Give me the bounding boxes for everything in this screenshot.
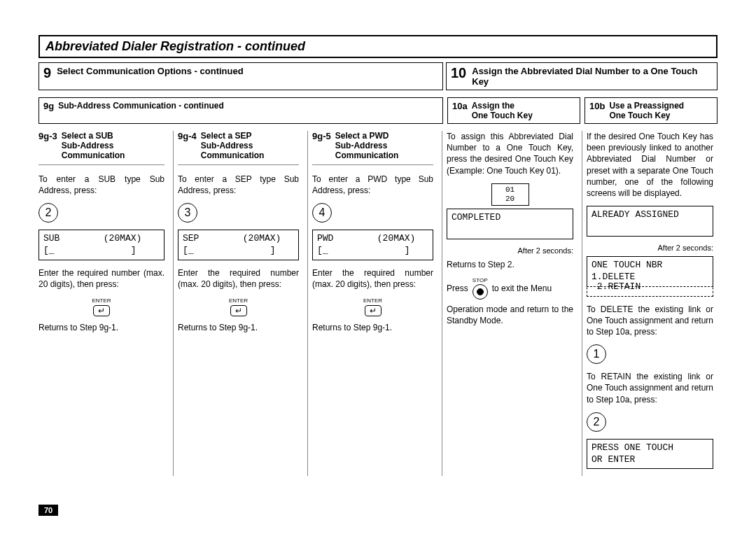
section-code: 10b — [589, 101, 605, 120]
instruction-text: Enter the required number (max. 20 digit… — [38, 267, 164, 290]
step-title: Select a SEP Sub-Address Communication — [201, 131, 265, 160]
col-9g-4: 9g-4 Select a SEP Sub-Address Communicat… — [173, 131, 303, 476]
step-code: 9g-3 — [38, 131, 57, 160]
small-lcd: 01 20 — [491, 183, 529, 206]
step-code: 9g-5 — [312, 131, 331, 160]
col-header: 9g-4 Select a SEP Sub-Address Communicat… — [178, 131, 299, 165]
step-title: Select a SUB Sub-Address Communication — [62, 131, 125, 160]
instruction-text: Enter the required number (max. 20 digit… — [312, 267, 433, 290]
step-9-header: 9 Select Communication Options - continu… — [38, 62, 443, 90]
step-title: Assign the Abbreviated Dial Number to a … — [472, 66, 713, 87]
section-title: Sub-Address Communication - continued — [58, 101, 224, 120]
delay-text: After 2 seconds: — [447, 246, 573, 255]
press-line: Press STOP to exit the Menu — [447, 277, 573, 300]
keypad-button-2: 2 — [38, 203, 58, 223]
col-header: 9g-3 Select a SUB Sub-Address Communicat… — [38, 131, 164, 165]
keypad-button-3: 3 — [178, 203, 197, 223]
exit-text: to exit the Menu — [492, 283, 552, 293]
lcd-display: PRESS ONE TOUCH OR ENTER — [587, 439, 713, 470]
section-code: 10a — [452, 101, 468, 120]
content-columns: 9g-3 Select a SUB Sub-Address Communicat… — [38, 131, 718, 476]
step-code: 9g-4 — [178, 131, 197, 160]
keypad-button-2: 2 — [587, 412, 606, 432]
subsection-row: 9g Sub-Address Communication - continued… — [38, 97, 718, 124]
return-text: Returns to Step 2. — [447, 259, 573, 270]
enter-label: ENTER — [229, 297, 248, 304]
step-number: 10 — [451, 66, 466, 80]
lcd-display: SEP (20MAX) [_ ] — [178, 230, 299, 260]
intro-text: To enter a SUB type Sub Address, press: — [38, 174, 164, 196]
col-header: 9g-5 Select a PWD Sub-Address Communicat… — [312, 131, 433, 165]
step-10-header: 10 Assign the Abbreviated Dial Number to… — [446, 62, 718, 90]
step-title: Select Communication Options - continued — [57, 66, 244, 76]
retain-text: To RETAIN the existing link or One Touch… — [587, 371, 713, 405]
press-label: Press — [447, 283, 468, 293]
col-10a: To assign this Abbreviated Dial Number t… — [442, 131, 578, 476]
page-number: 70 — [38, 505, 58, 516]
standby-text: Operation mode and return to the Standby… — [447, 304, 573, 326]
return-text: Returns to Step 9g-1. — [178, 322, 299, 333]
enter-cap: ↵ — [230, 305, 247, 316]
enter-key-icon: ENTER ↵ — [178, 297, 299, 316]
enter-cap: ↵ — [93, 305, 110, 316]
manual-page: Abbreviated Dialer Registration - contin… — [0, 0, 756, 534]
section-10a: 10a Assign the One Touch Key — [447, 97, 580, 124]
section-title: Use a Preassigned One Touch Key — [609, 101, 684, 120]
intro-text: To assign this Abbreviated Dial Number t… — [447, 131, 573, 176]
section-title: Assign the One Touch Key — [472, 101, 533, 120]
col-9g-3: 9g-3 Select a SUB Sub-Address Communicat… — [38, 131, 169, 476]
page-title: Abbreviated Dialer Registration - contin… — [38, 35, 718, 58]
step-number: 9 — [43, 66, 51, 80]
enter-label: ENTER — [92, 297, 111, 304]
enter-cap: ↵ — [365, 305, 382, 316]
stop-button-icon: STOP — [472, 277, 488, 300]
instruction-text: Enter the required number (max. 20 digit… — [178, 267, 299, 290]
delete-text: To DELETE the existing link or One Touch… — [587, 304, 713, 338]
stop-label: STOP — [472, 277, 488, 283]
enter-label: ENTER — [363, 297, 382, 304]
keypad-button-1: 1 — [587, 344, 606, 364]
section-10b: 10b Use a Preassigned One Touch Key — [584, 97, 718, 124]
col-10b: If the desired One Touch Key has been pr… — [582, 131, 718, 476]
return-text: Returns to Step 9g-1. — [38, 322, 164, 333]
step-headers: 9 Select Communication Options - continu… — [38, 62, 718, 90]
enter-key-icon: ENTER ↵ — [312, 297, 433, 316]
section-9g: 9g Sub-Address Communication - continued — [38, 97, 443, 124]
keypad-button-4: 4 — [312, 203, 332, 223]
section-code: 9g — [43, 101, 54, 120]
lcd-display: COMPLETED — [447, 209, 573, 239]
lcd-display: SUB (20MAX) [_ ] — [38, 230, 164, 260]
step-title: Select a PWD Sub-Address Communication — [335, 131, 399, 160]
enter-key-icon: ENTER ↵ — [38, 297, 164, 316]
lcd-display: ALREADY ASSIGNED — [587, 206, 713, 237]
intro-text: To enter a PWD type Sub Address, press: — [312, 174, 433, 196]
lcd-display: PWD (20MAX) [_ ] — [312, 230, 433, 260]
return-text: Returns to Step 9g-1. — [312, 322, 433, 333]
col-9g-5: 9g-5 Select a PWD Sub-Address Communicat… — [307, 131, 438, 476]
lcd-display-dashed: 2.RETAIN — [587, 280, 713, 297]
delay-text: After 2 seconds: — [587, 244, 713, 252]
intro-text: If the desired One Touch Key has been pr… — [587, 131, 713, 199]
intro-text: To enter a SEP type Sub Address, press: — [178, 174, 299, 196]
